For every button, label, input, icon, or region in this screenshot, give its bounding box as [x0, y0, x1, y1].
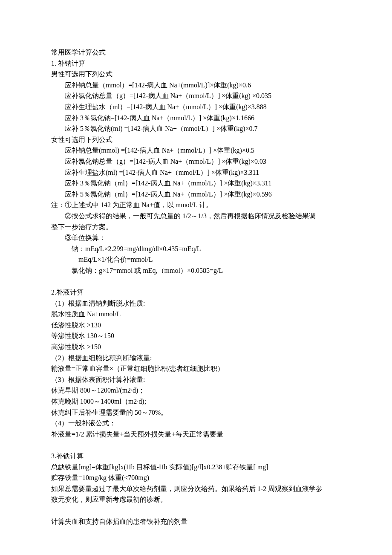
s2-line-5: 高渗性脱水 >150: [51, 341, 341, 353]
female-formula-3: 应补生理盐水(ml) =[142-病人血 Na+（mmol/L）] ×体重(kg…: [51, 167, 341, 178]
note-1: 注：①上述式中 142 为正常血 Na+值，以 mmol/L 计。: [51, 199, 341, 211]
male-formula-3: 应补生理盐水（ml）=[142-病人血 Na+（mmol/L）] ×体重(kg)…: [51, 101, 341, 113]
s3-line-1: 总缺铁量[mg]=体重[kg]x(Hb 目标值-Hb 实际值)[g/l]x0.2…: [51, 462, 341, 473]
male-formula-1: 应补钠总量（mmol）=[142-病人血 Na+(mmol/L)]×体重(kg)…: [51, 80, 341, 91]
blank-divider: [51, 276, 341, 287]
s2-line-7: 输液量=正常血容量×（正常红细胞比积/患者红细胞比积）: [51, 363, 341, 374]
note-3: ③单位换算：: [51, 232, 341, 243]
note-2b: 整下一步治疗方案。: [51, 222, 341, 233]
s2-line-13: 补液量=1/2 累计损失量+当天额外损失量+每天正常需要量: [51, 429, 341, 440]
s2-line-3: 低渗性脱水 >130: [51, 320, 341, 331]
s2-line-10: 体克晚期 1000～1400ml（m2·d);: [51, 396, 341, 407]
s3-last: 计算失血和支持自体捐血的患者铁补充的剂量: [51, 516, 341, 527]
s2-line-4: 等渗性脱水 130～150: [51, 330, 341, 341]
female-formula-5: 应补 5％氯化钠（ml）=[142-病人血 Na+（mmol/L）] ×体重(k…: [51, 189, 341, 200]
section-3-heading: 3.补铁计算: [51, 451, 341, 462]
female-formula-1: 应补钠总量(mmol) =[142-病人血 Na+（mmol/L）] ×体重(k…: [51, 145, 341, 156]
male-formula-5: 应补 5％氯化钠(ml) =[142-病人血 Na+（mmol/L）] ×体重(…: [51, 123, 341, 134]
s2-line-2: 脱水性质血 Na+mmol/L: [51, 309, 341, 320]
section-1-heading: 1. 补钠计算: [51, 58, 341, 69]
female-formula-4: 应补 3％氯化钠（ml）=[142-病人血 Na+（mmol/L）] ×体重(k…: [51, 178, 341, 189]
s3-line-4: 数无变化，则应重新考虑最初的诊断。: [51, 494, 341, 505]
s2-line-9: 休克早期 800～1200ml/(m2·d)；: [51, 385, 341, 396]
male-intro: 男性可选用下列公式: [51, 69, 341, 80]
document-title: 常用医学计算公式: [51, 47, 341, 58]
s2-line-8: （3）根据体表面积计算补液量:: [51, 374, 341, 385]
s2-line-11: 休克纠正后补生理需要量的 50～70%。: [51, 407, 341, 418]
note-2a: ②按公式求得的结果，一般可先总量的 1/2～1/3，然后再根据临床情况及检验结果…: [51, 211, 341, 222]
s3-line-3: 如果总需要量超过了最大单次给药剂量，则应分次给药。如果给药后 1-2 周观察到血…: [51, 483, 341, 494]
s2-line-6: （2）根据血细胞比积判断输液量:: [51, 353, 341, 364]
note-3a: 钠：mEq/L×2.299=mg/dlmg/dl×0.435=mEq/L: [51, 243, 341, 254]
document-page: 常用医学计算公式 1. 补钠计算 男性可选用下列公式 应补钠总量（mmol）=[…: [0, 0, 392, 555]
section-2-heading: 2.补液计算: [51, 287, 341, 298]
s2-line-12: （4）一般补液公式：: [51, 418, 341, 429]
note-3c: 氯化钠：g×17=mmol 或 mEq,（mmol）×0.0585=g/L: [51, 265, 341, 276]
blank-divider: [51, 439, 341, 451]
blank-divider: [51, 505, 341, 516]
female-formula-2: 应补氯化钠总量（g）=[142-病人血 Na+（mmol/L）] ×体重(kg)…: [51, 156, 341, 167]
s3-line-2: 贮存铁量=10mg/kg 体重(<700mg): [51, 472, 341, 483]
male-formula-4: 应补 3％氯化钠=[142-病人血 Na+（mmol/L）] ×体重(kg)×1…: [51, 113, 341, 124]
female-intro: 女性可选用下列公式: [51, 134, 341, 145]
male-formula-2: 应补氯化钠总量（g）=[142-病人血 Na+（mmol/L）] ×体重(kg)…: [51, 90, 341, 101]
s2-line-1: （1）根据血清钠判断脱水性质:: [51, 298, 341, 309]
note-3b: mEq/L×1/化合价=mmol/L: [51, 254, 341, 265]
